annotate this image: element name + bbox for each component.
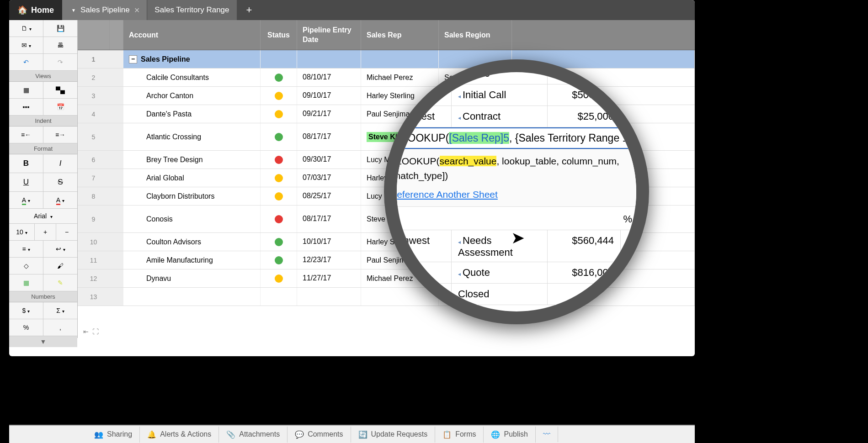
close-icon[interactable]: × bbox=[134, 5, 140, 16]
cell-date[interactable]: 09/21/17 bbox=[297, 105, 361, 123]
percent-button[interactable]: % bbox=[9, 319, 43, 336]
cell-date[interactable]: 11/27/17 bbox=[297, 269, 361, 287]
cell-date[interactable]: 10/10/17 bbox=[297, 233, 361, 251]
cell-status[interactable] bbox=[261, 251, 297, 269]
row-number[interactable]: 7 bbox=[78, 169, 110, 187]
fill-color-button[interactable]: A▾ bbox=[9, 192, 43, 208]
indent-button[interactable]: ≡→ bbox=[43, 127, 77, 143]
cell-status[interactable] bbox=[261, 69, 297, 86]
collapse-icon[interactable]: − bbox=[129, 55, 137, 63]
cell-date[interactable]: 09/30/17 bbox=[297, 151, 361, 169]
cell-account[interactable]: Archor Canton bbox=[123, 87, 261, 105]
cell-account[interactable]: Clayborn Distributors bbox=[123, 187, 261, 205]
cell-account[interactable]: Amile Manufacturing bbox=[123, 251, 261, 269]
cell-account[interactable] bbox=[123, 288, 261, 306]
column-header-date[interactable]: Pipeline Entry Date bbox=[297, 20, 361, 50]
activity-button[interactable]: 〰 bbox=[536, 427, 558, 442]
undo-button[interactable]: ↶ bbox=[9, 54, 43, 70]
row-number[interactable]: 2 bbox=[78, 69, 110, 86]
currency-button[interactable]: $▾ bbox=[9, 302, 43, 319]
mail-button[interactable]: ✉▾ bbox=[9, 37, 43, 53]
row-number[interactable]: 4 bbox=[78, 105, 110, 123]
reference-another-sheet-link[interactable]: Reference Another Sheet bbox=[390, 189, 498, 200]
file-button[interactable]: 🗋▾ bbox=[9, 20, 43, 37]
cell-date[interactable]: 08/10/17 bbox=[297, 69, 361, 86]
cell-status[interactable] bbox=[261, 87, 297, 105]
row-number[interactable]: 3 bbox=[78, 87, 110, 105]
cell-date[interactable]: 09/10/17 bbox=[297, 87, 361, 105]
format-painter-button[interactable]: 🖌 bbox=[43, 258, 77, 274]
row-number[interactable]: 13 bbox=[78, 288, 110, 306]
tab-sales-territory-range[interactable]: Sales Territory Range bbox=[147, 0, 237, 20]
strikethrough-button[interactable]: S bbox=[43, 173, 77, 191]
card-view-button[interactable]: ▪▪▪ bbox=[9, 99, 43, 115]
cell-account[interactable]: Arial Global bbox=[123, 169, 261, 187]
save-button[interactable]: 💾 bbox=[43, 20, 77, 37]
outdent-button[interactable]: ≡← bbox=[9, 127, 43, 143]
attachments-button[interactable]: 📎Attachments bbox=[219, 427, 288, 443]
cell-status[interactable] bbox=[261, 269, 297, 287]
cell-account[interactable]: Atlantic Crossing bbox=[123, 123, 261, 150]
print-button[interactable]: 🖶 bbox=[43, 37, 77, 53]
row-number[interactable]: 9 bbox=[78, 206, 110, 232]
cell-account[interactable]: Dante's Pasta bbox=[123, 105, 261, 123]
conditional-format-button[interactable]: ▦ bbox=[9, 274, 43, 291]
cell-status[interactable] bbox=[261, 151, 297, 169]
font-size-decrease[interactable]: − bbox=[56, 224, 77, 240]
bold-button[interactable]: B bbox=[9, 154, 43, 173]
underline-button[interactable]: U bbox=[9, 173, 43, 191]
cell-account[interactable]: Coulton Advisors bbox=[123, 233, 261, 251]
cell-account[interactable]: Conosis bbox=[123, 206, 261, 232]
font-family-select[interactable]: Arial ▾ bbox=[9, 209, 77, 223]
row-number[interactable]: 6 bbox=[78, 151, 110, 169]
column-header-rep[interactable]: Sales Rep bbox=[361, 20, 439, 50]
cell-status[interactable] bbox=[261, 50, 297, 68]
redo-button[interactable]: ↷ bbox=[43, 54, 77, 70]
cell-status[interactable] bbox=[261, 169, 297, 187]
font-size-increase[interactable]: + bbox=[35, 224, 56, 240]
cell-date[interactable]: 08/17/17 bbox=[297, 123, 361, 150]
thousand-separator-button[interactable]: , bbox=[43, 319, 77, 336]
tab-dropdown-icon[interactable]: ▼ bbox=[71, 8, 76, 13]
column-header-region[interactable]: Sales Region bbox=[439, 20, 512, 50]
row-number[interactable]: 11 bbox=[78, 251, 110, 269]
cell-date[interactable] bbox=[297, 50, 361, 68]
comments-button[interactable]: 💬Comments bbox=[288, 427, 351, 443]
cell-account[interactable]: Brey Tree Design bbox=[123, 151, 261, 169]
sharing-button[interactable]: 👥Sharing bbox=[87, 427, 140, 443]
gantt-view-button[interactable]: ▀▄ bbox=[43, 82, 77, 98]
text-color-button[interactable]: A▾ bbox=[43, 192, 77, 208]
alerts-button[interactable]: 🔔Alerts & Actions bbox=[140, 427, 219, 443]
tab-sales-pipeline[interactable]: ▼ Sales Pipeline × bbox=[62, 0, 147, 20]
column-header-status[interactable]: Status bbox=[261, 20, 297, 50]
cell-status[interactable] bbox=[261, 206, 297, 232]
cell-date[interactable] bbox=[297, 288, 361, 306]
new-tab-button[interactable]: + bbox=[240, 0, 259, 20]
forms-button[interactable]: 📋Forms bbox=[435, 427, 484, 443]
wrap-button[interactable]: ↩▾ bbox=[43, 241, 77, 257]
table-row[interactable]: 2Calcile Consultants08/10/17Michael Pere… bbox=[78, 69, 695, 87]
cell-account[interactable]: Calcile Consultants bbox=[123, 69, 261, 86]
cell-status[interactable] bbox=[261, 288, 297, 306]
column-header-account[interactable]: Account bbox=[123, 20, 261, 50]
grid-view-button[interactable]: ▦ bbox=[9, 82, 43, 98]
sum-button[interactable]: Σ▾ bbox=[43, 302, 77, 319]
cell-account[interactable]: Dynavu bbox=[123, 269, 261, 287]
row-number[interactable]: 12 bbox=[78, 269, 110, 287]
cell-date[interactable]: 08/25/17 bbox=[297, 187, 361, 205]
cell-rep[interactable] bbox=[361, 50, 439, 68]
cell-date[interactable]: 07/03/17 bbox=[297, 169, 361, 187]
cell-status[interactable] bbox=[261, 233, 297, 251]
font-size-select[interactable]: 10▾ bbox=[9, 224, 35, 240]
highlight-button[interactable]: ✎ bbox=[43, 274, 77, 291]
cell-rep[interactable] bbox=[361, 288, 439, 306]
cell-rep[interactable]: Michael Perez bbox=[361, 69, 439, 86]
cell-date[interactable]: 08/17/17 bbox=[297, 206, 361, 232]
column-header-rest[interactable] bbox=[512, 20, 695, 50]
cell-status[interactable] bbox=[261, 187, 297, 205]
row-number[interactable]: 10 bbox=[78, 233, 110, 251]
row-number[interactable]: 1 bbox=[78, 50, 110, 68]
cell-status[interactable] bbox=[261, 123, 297, 150]
formula-input[interactable]: =VLOOKUP([Sales Rep]5, {Sales Territory … bbox=[384, 127, 649, 149]
row-number[interactable]: 5 bbox=[78, 123, 110, 150]
